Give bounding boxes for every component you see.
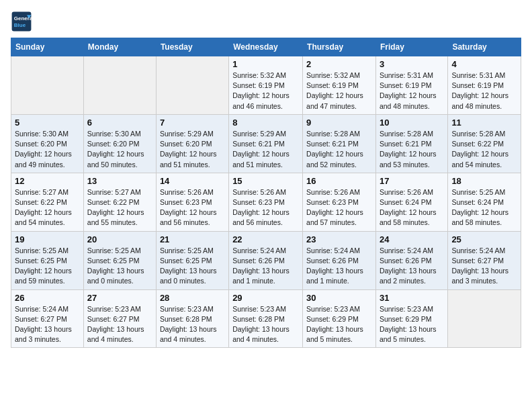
day-info: Sunrise: 5:24 AM Sunset: 6:27 PM Dayligh… <box>451 246 517 287</box>
calendar-cell: 18Sunrise: 5:25 AM Sunset: 6:24 PM Dayli… <box>448 173 521 231</box>
calendar-cell: 26Sunrise: 5:24 AM Sunset: 6:27 PM Dayli… <box>11 289 84 348</box>
calendar-cell: 19Sunrise: 5:25 AM Sunset: 6:25 PM Dayli… <box>11 231 84 289</box>
calendar-week-row: 1Sunrise: 5:32 AM Sunset: 6:19 PM Daylig… <box>11 56 521 115</box>
calendar-table: SundayMondayTuesdayWednesdayThursdayFrid… <box>11 38 521 348</box>
day-info: Sunrise: 5:25 AM Sunset: 6:25 PM Dayligh… <box>160 246 225 287</box>
day-info: Sunrise: 5:25 AM Sunset: 6:24 PM Dayligh… <box>451 187 517 228</box>
day-info: Sunrise: 5:31 AM Sunset: 6:19 PM Dayligh… <box>380 71 444 111</box>
day-number: 11 <box>451 118 517 128</box>
day-info: Sunrise: 5:28 AM Sunset: 6:21 PM Dayligh… <box>306 129 372 170</box>
days-header-row: SundayMondayTuesdayWednesdayThursdayFrid… <box>11 38 521 56</box>
day-number: 17 <box>380 176 444 186</box>
day-number: 13 <box>87 176 152 186</box>
day-info: Sunrise: 5:30 AM Sunset: 6:20 PM Dayligh… <box>15 129 80 170</box>
svg-text:Blue: Blue <box>14 22 26 28</box>
calendar-cell: 21Sunrise: 5:25 AM Sunset: 6:25 PM Dayli… <box>156 231 228 289</box>
day-number: 30 <box>306 293 372 303</box>
calendar-week-row: 19Sunrise: 5:25 AM Sunset: 6:25 PM Dayli… <box>11 231 521 289</box>
day-number: 19 <box>15 234 80 244</box>
day-number: 5 <box>15 118 80 128</box>
day-number: 3 <box>380 59 444 69</box>
day-info: Sunrise: 5:28 AM Sunset: 6:21 PM Dayligh… <box>380 129 444 170</box>
calendar-cell: 10Sunrise: 5:28 AM Sunset: 6:21 PM Dayli… <box>375 114 447 173</box>
day-number: 9 <box>306 118 372 128</box>
day-header-sunday: Sunday <box>11 38 84 56</box>
day-info: Sunrise: 5:31 AM Sunset: 6:19 PM Dayligh… <box>451 71 517 111</box>
day-info: Sunrise: 5:25 AM Sunset: 6:25 PM Dayligh… <box>15 246 80 287</box>
day-info: Sunrise: 5:24 AM Sunset: 6:26 PM Dayligh… <box>232 246 299 287</box>
calendar-cell: 23Sunrise: 5:24 AM Sunset: 6:26 PM Dayli… <box>303 231 376 289</box>
day-info: Sunrise: 5:24 AM Sunset: 6:26 PM Dayligh… <box>380 246 444 287</box>
calendar-cell: 4Sunrise: 5:31 AM Sunset: 6:19 PM Daylig… <box>448 56 521 115</box>
day-number: 29 <box>232 293 299 303</box>
day-info: Sunrise: 5:29 AM Sunset: 6:20 PM Dayligh… <box>160 129 225 170</box>
calendar-cell: 11Sunrise: 5:28 AM Sunset: 6:22 PM Dayli… <box>448 114 521 173</box>
day-number: 7 <box>160 118 225 128</box>
day-header-thursday: Thursday <box>303 38 376 56</box>
day-header-wednesday: Wednesday <box>229 38 303 56</box>
day-info: Sunrise: 5:24 AM Sunset: 6:27 PM Dayligh… <box>15 304 80 345</box>
calendar-cell: 3Sunrise: 5:31 AM Sunset: 6:19 PM Daylig… <box>375 56 447 115</box>
calendar-cell: 24Sunrise: 5:24 AM Sunset: 6:26 PM Dayli… <box>375 231 447 289</box>
calendar-cell: 13Sunrise: 5:27 AM Sunset: 6:22 PM Dayli… <box>83 173 156 231</box>
calendar-cell <box>448 289 521 348</box>
day-number: 14 <box>160 176 225 186</box>
day-number: 28 <box>160 293 225 303</box>
day-number: 4 <box>451 59 517 69</box>
day-info: Sunrise: 5:27 AM Sunset: 6:22 PM Dayligh… <box>87 187 152 228</box>
calendar-cell: 1Sunrise: 5:32 AM Sunset: 6:19 PM Daylig… <box>229 56 303 115</box>
calendar-cell <box>83 56 156 115</box>
calendar-cell <box>156 56 228 115</box>
day-number: 2 <box>306 59 372 69</box>
calendar-cell: 6Sunrise: 5:30 AM Sunset: 6:20 PM Daylig… <box>83 114 156 173</box>
logo-icon: General Blue <box>11 11 32 32</box>
calendar-cell: 9Sunrise: 5:28 AM Sunset: 6:21 PM Daylig… <box>303 114 376 173</box>
day-header-friday: Friday <box>375 38 447 56</box>
day-info: Sunrise: 5:27 AM Sunset: 6:22 PM Dayligh… <box>15 187 80 228</box>
calendar-cell: 15Sunrise: 5:26 AM Sunset: 6:23 PM Dayli… <box>229 173 303 231</box>
day-info: Sunrise: 5:26 AM Sunset: 6:23 PM Dayligh… <box>306 187 372 228</box>
day-number: 15 <box>232 176 299 186</box>
day-info: Sunrise: 5:26 AM Sunset: 6:24 PM Dayligh… <box>380 187 444 228</box>
day-header-monday: Monday <box>83 38 156 56</box>
day-number: 18 <box>451 176 517 186</box>
day-info: Sunrise: 5:32 AM Sunset: 6:19 PM Dayligh… <box>306 71 372 111</box>
day-info: Sunrise: 5:23 AM Sunset: 6:28 PM Dayligh… <box>232 304 299 345</box>
day-number: 25 <box>451 234 517 244</box>
calendar-cell: 14Sunrise: 5:26 AM Sunset: 6:23 PM Dayli… <box>156 173 228 231</box>
calendar-cell: 16Sunrise: 5:26 AM Sunset: 6:23 PM Dayli… <box>303 173 376 231</box>
calendar-week-row: 5Sunrise: 5:30 AM Sunset: 6:20 PM Daylig… <box>11 114 521 173</box>
day-number: 22 <box>232 234 299 244</box>
day-number: 23 <box>306 234 372 244</box>
calendar-cell: 20Sunrise: 5:25 AM Sunset: 6:25 PM Dayli… <box>83 231 156 289</box>
day-number: 21 <box>160 234 225 244</box>
day-info: Sunrise: 5:26 AM Sunset: 6:23 PM Dayligh… <box>160 187 225 228</box>
day-info: Sunrise: 5:25 AM Sunset: 6:25 PM Dayligh… <box>87 246 152 287</box>
day-number: 10 <box>380 118 444 128</box>
day-info: Sunrise: 5:23 AM Sunset: 6:27 PM Dayligh… <box>87 304 152 345</box>
day-header-saturday: Saturday <box>448 38 521 56</box>
calendar-cell <box>11 56 84 115</box>
day-info: Sunrise: 5:29 AM Sunset: 6:21 PM Dayligh… <box>232 129 299 170</box>
calendar-cell: 29Sunrise: 5:23 AM Sunset: 6:28 PM Dayli… <box>229 289 303 348</box>
calendar-week-row: 12Sunrise: 5:27 AM Sunset: 6:22 PM Dayli… <box>11 173 521 231</box>
calendar-cell: 30Sunrise: 5:23 AM Sunset: 6:29 PM Dayli… <box>303 289 376 348</box>
day-info: Sunrise: 5:28 AM Sunset: 6:22 PM Dayligh… <box>451 129 517 170</box>
logo: General Blue <box>11 11 35 32</box>
page-header: General Blue <box>11 11 521 32</box>
calendar-week-row: 26Sunrise: 5:24 AM Sunset: 6:27 PM Dayli… <box>11 289 521 348</box>
calendar-cell: 5Sunrise: 5:30 AM Sunset: 6:20 PM Daylig… <box>11 114 84 173</box>
day-header-tuesday: Tuesday <box>156 38 228 56</box>
calendar-cell: 17Sunrise: 5:26 AM Sunset: 6:24 PM Dayli… <box>375 173 447 231</box>
calendar-cell: 27Sunrise: 5:23 AM Sunset: 6:27 PM Dayli… <box>83 289 156 348</box>
calendar-cell: 2Sunrise: 5:32 AM Sunset: 6:19 PM Daylig… <box>303 56 376 115</box>
day-info: Sunrise: 5:23 AM Sunset: 6:28 PM Dayligh… <box>160 304 225 345</box>
day-info: Sunrise: 5:23 AM Sunset: 6:29 PM Dayligh… <box>306 304 372 345</box>
day-number: 26 <box>15 293 80 303</box>
calendar-cell: 12Sunrise: 5:27 AM Sunset: 6:22 PM Dayli… <box>11 173 84 231</box>
calendar-cell: 7Sunrise: 5:29 AM Sunset: 6:20 PM Daylig… <box>156 114 228 173</box>
day-info: Sunrise: 5:26 AM Sunset: 6:23 PM Dayligh… <box>232 187 299 228</box>
day-number: 12 <box>15 176 80 186</box>
day-number: 6 <box>87 118 152 128</box>
day-number: 1 <box>232 59 299 69</box>
